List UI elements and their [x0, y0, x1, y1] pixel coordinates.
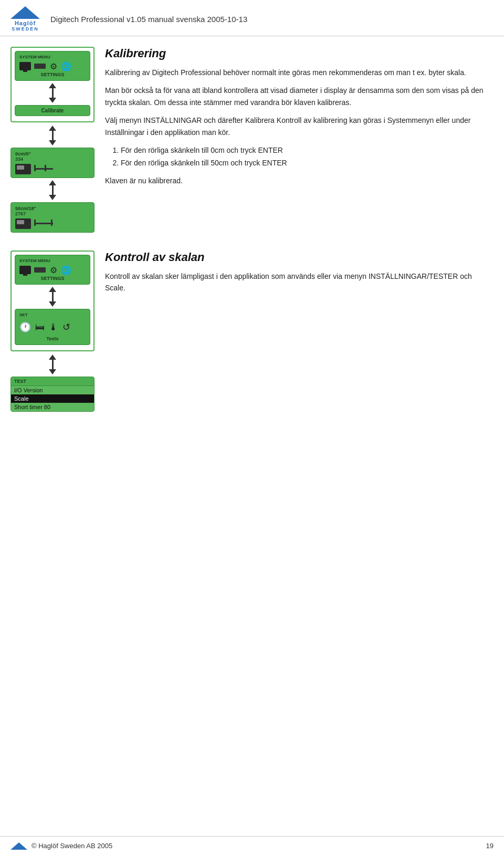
measure-0cm-box: 0cm/0" 334	[10, 148, 94, 178]
arrow-shaft-2	[52, 131, 54, 140]
section2-right-content: Kontroll av skalan Kontroll av skalan sk…	[105, 251, 494, 414]
device-icon-0cm	[15, 164, 31, 174]
tests-label: Tests	[19, 336, 86, 341]
step1: För den rörliga skänkeln till 0cm och tr…	[121, 144, 494, 157]
system-menu-label: SYSTEM MENU	[19, 55, 86, 59]
caliper-jaw2-0cm	[45, 165, 46, 171]
section2-gear-icon: ⚙	[49, 265, 58, 275]
arrow-3	[10, 180, 94, 200]
arrow-head-down-3	[49, 195, 56, 200]
device-row-0cm	[15, 164, 90, 174]
arrow-shaft	[52, 88, 54, 98]
arrow-head-up	[49, 83, 56, 88]
section2-left-panel: SYSTEM MENU ⚙ 🌐 SETTINGS SET 🕐	[10, 251, 94, 414]
settings-label: SETTINGS	[19, 72, 86, 77]
arrow-1	[15, 83, 90, 103]
section1-intro: Kalibrering av Digitech Professional beh…	[105, 67, 494, 78]
section2-title: Kontroll av skalan	[105, 251, 494, 264]
device-icon-50cm	[15, 218, 31, 229]
test-menu-box: TEST I/O Version Scale Short timer 80	[10, 377, 94, 412]
section2-menu-icons: ⚙ 🌐	[19, 265, 86, 275]
logo: Haglöf SWEDEN	[10, 6, 40, 32]
arrow-head-down	[49, 98, 56, 103]
test-menu-header: TEST	[11, 377, 94, 386]
section1-title: Kalibrering	[105, 47, 494, 60]
arrow-head-up-3	[49, 180, 56, 185]
section2-system-menu-wrapper: SYSTEM MENU ⚙ 🌐 SETTINGS SET 🕐	[10, 251, 94, 351]
section1-closing: Klaven är nu kalibrerad.	[105, 175, 494, 186]
measure-50cm-value: 2767	[15, 211, 90, 216]
system-menu-icons: ⚙ 🌐	[19, 61, 86, 71]
caliper-jaw1-50cm	[34, 220, 36, 226]
device-row-50cm	[15, 218, 90, 229]
measure-0cm-value: 334	[15, 157, 90, 162]
section2-arrow-1	[15, 287, 90, 307]
section1-left-panel: SYSTEM MENU ⚙ 🌐 SETTINGS Calibrate	[10, 47, 94, 235]
test-menu-item-scale: Scale	[11, 394, 94, 403]
section2-set-box: SET 🕐 🛏 🌡 ↺ Tests	[15, 309, 90, 345]
logo-triangle	[10, 6, 40, 19]
section1-steps: För den rörliga skänkeln till 0cm och tr…	[121, 144, 494, 170]
section2-set-label: SET	[19, 312, 86, 317]
footer-logo-triangle	[10, 842, 27, 850]
calibrate-label: Calibrate	[19, 108, 86, 113]
monitor-icon	[19, 62, 31, 70]
keyboard-icon	[34, 64, 46, 69]
section2-system-menu-box: SYSTEM MENU ⚙ 🌐 SETTINGS	[15, 255, 90, 285]
measure-50cm-box: 50cm/18" 2767	[10, 202, 94, 233]
test-menu-item-io: I/O Version	[11, 386, 94, 394]
caliper-jaw2-50cm	[51, 220, 52, 226]
calibrate-box: Calibrate	[15, 105, 90, 116]
s2-arrow-head-down-2	[49, 369, 56, 374]
bed-icon: 🛏	[35, 322, 45, 333]
section2-settings-label: SETTINGS	[19, 276, 86, 281]
arrow-head-down-2	[49, 140, 56, 145]
thermometer-icon: 🌡	[49, 322, 58, 333]
s2-arrow-head-up-1	[49, 287, 56, 292]
section1-body2: Välj menyn INSTÄLLNINGAR och därefter Ka…	[105, 114, 494, 138]
section2-system-menu-label: SYSTEM MENU	[19, 258, 86, 263]
section1-body1: Man bör också ta för vana att ibland kon…	[105, 85, 494, 108]
device-screen-50cm	[17, 220, 24, 224]
s2-arrow-shaft-1	[52, 292, 54, 301]
system-menu-wrapper: SYSTEM MENU ⚙ 🌐 SETTINGS Calibrate	[10, 47, 94, 122]
arrow-2	[10, 126, 94, 145]
section1-main: SYSTEM MENU ⚙ 🌐 SETTINGS Calibrate	[0, 36, 504, 235]
clock-icon: 🕐	[19, 321, 31, 333]
caliper-icon-0cm	[34, 165, 55, 173]
caliper-jaw1-0cm	[34, 165, 36, 171]
section1-right-content: Kalibrering Kalibrering av Digitech Prof…	[105, 47, 494, 235]
footer-company: © Haglöf Sweden AB 2005	[32, 842, 112, 850]
s2-arrow-shaft-2	[52, 360, 54, 369]
globe-icon: 🌐	[61, 61, 71, 71]
arrow-head-up-2	[49, 126, 56, 131]
header-title: Digitech Professional v1.05 manual svens…	[50, 15, 247, 24]
section2-arrow-2	[10, 354, 94, 374]
footer-page-number: 19	[486, 842, 494, 850]
section2-body: Kontroll av skalan sker lämpligast i den…	[105, 270, 494, 294]
footer: © Haglöf Sweden AB 2005 19	[0, 836, 504, 855]
device-screen-0cm	[17, 165, 24, 170]
step2: För den rörliga skänkeln till 50cm och t…	[121, 157, 494, 170]
gear-icon: ⚙	[49, 61, 58, 71]
refresh-icon: ↺	[62, 321, 70, 333]
arrow-shaft-3	[52, 185, 54, 195]
caliper-body-50cm	[34, 223, 53, 224]
logo-text-sweden: SWEDEN	[12, 26, 39, 32]
section2-main: SYSTEM MENU ⚙ 🌐 SETTINGS SET 🕐	[0, 240, 504, 414]
logo-text-haglof: Haglöf	[15, 20, 36, 26]
measure-0cm-label: 0cm/0"	[15, 151, 90, 157]
footer-logo-area: © Haglöf Sweden AB 2005	[10, 842, 112, 850]
s2-arrow-head-up-2	[49, 354, 56, 360]
section2-keyboard-icon	[34, 267, 46, 273]
measure-50cm-label: 50cm/18"	[15, 206, 90, 211]
section2-globe-icon: 🌐	[61, 265, 71, 275]
caliper-icon-50cm	[34, 220, 55, 228]
s2-arrow-head-down-1	[49, 301, 56, 307]
header: Haglöf SWEDEN Digitech Professional v1.0…	[0, 0, 504, 36]
caliper-body-0cm	[34, 168, 53, 170]
system-menu-box: SYSTEM MENU ⚙ 🌐 SETTINGS	[15, 51, 90, 81]
tests-icons-row: 🕐 🛏 🌡 ↺	[19, 319, 86, 335]
test-menu-item-short-timer: Short timer 80	[11, 403, 94, 411]
section2-monitor-icon	[19, 266, 31, 274]
